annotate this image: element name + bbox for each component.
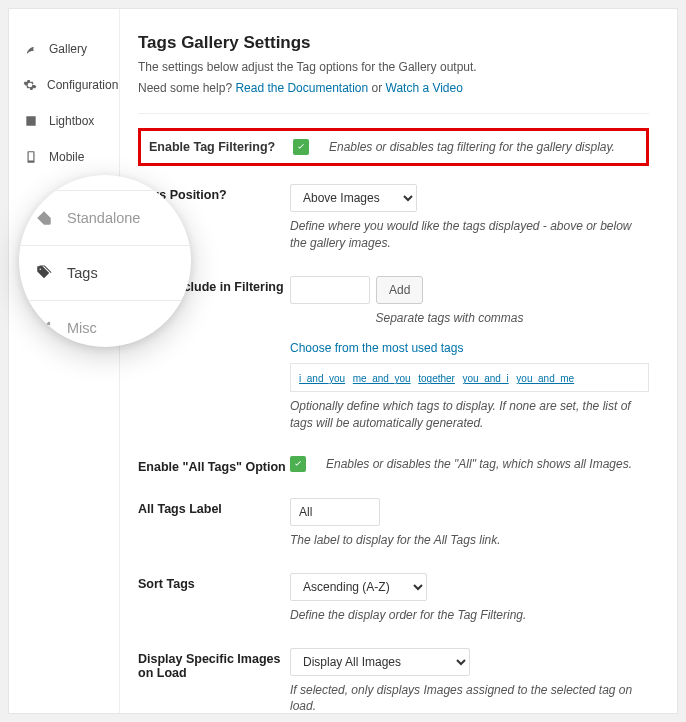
include-filtering-row: nclude in Filtering Add Separate tags wi…	[138, 276, 649, 432]
display-on-load-label: Display Specific Images on Load	[138, 648, 290, 680]
page-title: Tags Gallery Settings	[138, 33, 649, 53]
mobile-icon	[23, 149, 39, 165]
include-filtering-input[interactable]	[290, 276, 370, 304]
sidebar-item-label: Gallery	[49, 42, 87, 56]
all-tags-label-desc: The label to display for the All Tags li…	[290, 532, 649, 549]
sort-tags-row: Sort Tags Ascending (A-Z) Define the dis…	[138, 573, 649, 624]
tag-icon	[33, 207, 55, 229]
enable-tag-filtering-row: Enable Tag Filtering? Enables or disable…	[138, 128, 649, 166]
tags-position-select[interactable]: Above Images	[290, 184, 417, 212]
enable-tag-filtering-checkbox[interactable]	[293, 139, 309, 155]
enable-all-tags-label: Enable "All Tags" Option	[138, 456, 290, 474]
enable-all-tags-row: Enable "All Tags" Option Enables or disa…	[138, 456, 649, 474]
doc-link[interactable]: Read the Documentation	[235, 81, 368, 95]
sidebar-item-gallery[interactable]: Gallery	[9, 31, 119, 67]
all-tags-label-label: All Tags Label	[138, 498, 290, 516]
enable-tag-filtering-desc: Enables or disables tag filtering for th…	[329, 140, 615, 154]
sort-tags-desc: Define the display order for the Tag Fil…	[290, 607, 649, 624]
enable-tag-filtering-label: Enable Tag Filtering?	[145, 140, 293, 154]
sidebar-item-label: Lightbox	[49, 114, 94, 128]
enable-all-tags-checkbox[interactable]	[290, 456, 306, 472]
sort-tags-label: Sort Tags	[138, 573, 290, 591]
tags-icon	[33, 262, 55, 284]
gear-icon	[23, 77, 37, 93]
all-tags-label-row: All Tags Label The label to display for …	[138, 498, 649, 549]
sidebar-item-label: Mobile	[49, 150, 84, 164]
tag-link[interactable]: together	[418, 373, 455, 384]
image-icon	[23, 113, 39, 129]
tag-link[interactable]: i_and_you	[299, 373, 345, 384]
page-help: Need some help? Read the Documentation o…	[138, 79, 649, 97]
tag-link[interactable]: you_and_i	[463, 373, 509, 384]
sidebar-item-label: Configuration	[47, 78, 118, 92]
zoom-item-tags[interactable]: Tags	[19, 246, 191, 301]
tags-position-row: Tags Position? Above Images Define where…	[138, 184, 649, 252]
tag-link[interactable]: you_and_me	[516, 373, 574, 384]
zoom-lens: Standalone Tags Misc	[19, 175, 191, 347]
sidebar-item-lightbox[interactable]: Lightbox	[9, 103, 119, 139]
display-on-load-desc: If selected, only displays Images assign…	[290, 682, 649, 713]
leaf-icon	[23, 41, 39, 57]
zoom-item-label: Tags	[67, 265, 98, 281]
most-used-tags-link[interactable]: Choose from the most used tags	[290, 341, 463, 355]
settings-content: Tags Gallery Settings The settings below…	[120, 9, 677, 713]
page-subtitle: The settings below adjust the Tag option…	[138, 58, 649, 76]
settings-sidebar: Gallery Configuration Lightbox Mobile	[9, 9, 120, 713]
display-on-load-row: Display Specific Images on Load Display …	[138, 648, 649, 713]
video-link[interactable]: Watch a Video	[386, 81, 463, 95]
zoom-item-label: Misc	[67, 320, 97, 336]
sidebar-item-configuration[interactable]: Configuration	[9, 67, 119, 103]
all-tags-label-input[interactable]	[290, 498, 380, 526]
divider	[138, 113, 649, 114]
include-separate-desc: Separate tags with commas	[250, 310, 649, 327]
include-filtering-desc: Optionally define which tags to display.…	[290, 398, 649, 432]
sort-tags-select[interactable]: Ascending (A-Z)	[290, 573, 427, 601]
sidebar-item-mobile[interactable]: Mobile	[9, 139, 119, 175]
add-button[interactable]: Add	[376, 276, 423, 304]
zoom-item-label: Standalone	[67, 210, 140, 226]
enable-all-tags-desc: Enables or disables the "All" tag, which…	[326, 457, 632, 471]
tag-link[interactable]: me_and_you	[353, 373, 411, 384]
display-on-load-select[interactable]: Display All Images	[290, 648, 470, 676]
tags-position-desc: Define where you would like the tags dis…	[290, 218, 649, 252]
tag-cloud: i_and_you me_and_you together you_and_i …	[290, 363, 649, 392]
